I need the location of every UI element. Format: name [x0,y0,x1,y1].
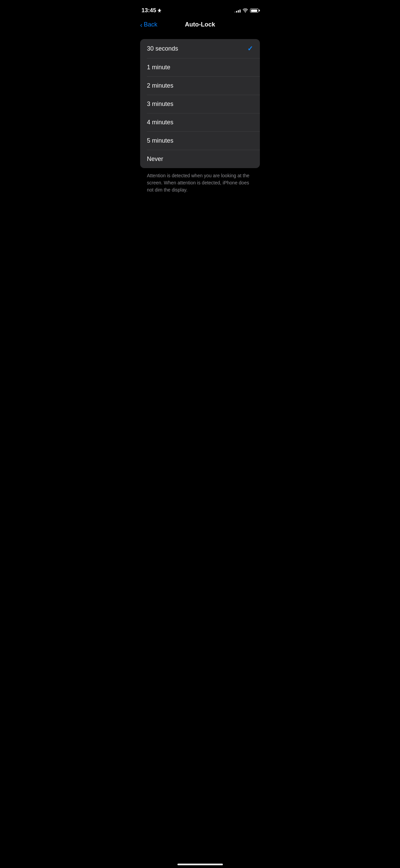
back-button[interactable]: ‹ Back [140,21,157,28]
nav-bar: ‹ Back Auto-Lock [133,18,267,34]
battery-fill [251,10,257,12]
option-label: 5 minutes [147,137,173,144]
wifi-icon [243,8,248,13]
option-label: 2 minutes [147,82,173,89]
option-5-minutes[interactable]: 5 minutes [140,131,260,150]
option-label: 3 minutes [147,101,173,108]
option-label: 4 minutes [147,119,173,126]
location-icon [157,8,161,13]
time-display: 13:45 [141,7,156,14]
footer-note: Attention is detected when you are looki… [140,168,260,194]
signal-bar-4 [240,10,241,13]
battery-tip [259,10,260,12]
status-time: 13:45 [141,7,161,14]
signal-bar-3 [238,10,239,13]
signal-bars [234,8,241,13]
status-bar: 13:45 [133,0,267,18]
option-30-seconds[interactable]: 30 seconds ✓ [140,39,260,58]
main-content: 30 seconds ✓ 1 minute 2 minutes 3 minute… [133,34,267,194]
option-label: 30 seconds [147,45,178,52]
back-label: Back [144,21,157,28]
option-2-minutes[interactable]: 2 minutes [140,76,260,95]
nav-title: Auto-Lock [185,21,215,28]
checkmark-icon: ✓ [247,44,253,53]
option-3-minutes[interactable]: 3 minutes [140,95,260,113]
battery-icon [250,8,259,13]
option-4-minutes[interactable]: 4 minutes [140,113,260,131]
signal-bar-2 [236,11,237,13]
back-chevron-icon: ‹ [140,21,142,28]
status-icons [234,8,259,13]
signal-bar-1 [234,12,235,13]
option-label: 1 minute [147,64,170,71]
option-label: Never [147,156,163,163]
option-never[interactable]: Never [140,150,260,168]
option-1-minute[interactable]: 1 minute [140,58,260,76]
options-list: 30 seconds ✓ 1 minute 2 minutes 3 minute… [140,39,260,168]
